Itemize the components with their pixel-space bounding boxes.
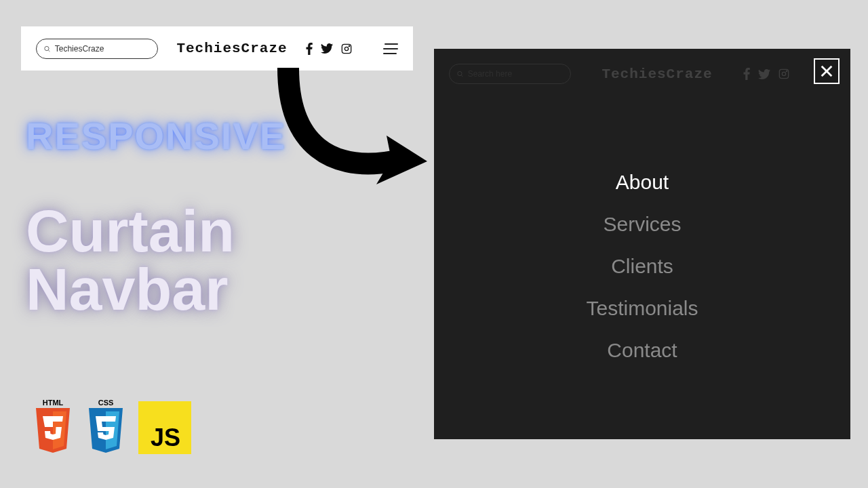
svg-line-1 bbox=[48, 50, 50, 52]
svg-point-0 bbox=[45, 46, 49, 50]
twitter-icon bbox=[758, 69, 770, 79]
search-icon bbox=[456, 70, 464, 78]
instagram-icon[interactable] bbox=[341, 43, 352, 54]
headline-responsive: RESPONSIVE bbox=[26, 114, 286, 158]
curtain-brand: TechiesCraze bbox=[583, 66, 731, 82]
facebook-icon bbox=[743, 68, 750, 80]
instagram-icon bbox=[778, 68, 789, 79]
curtain-navbar-dimmed: TechiesCraze bbox=[434, 57, 850, 91]
css3-badge-icon: CSS bbox=[85, 399, 126, 454]
menu-item-services[interactable]: Services bbox=[603, 213, 681, 236]
svg-line-10 bbox=[461, 75, 462, 77]
search-icon bbox=[43, 45, 51, 53]
search-input[interactable] bbox=[55, 44, 151, 54]
svg-point-12 bbox=[782, 72, 785, 75]
facebook-icon[interactable] bbox=[306, 43, 313, 55]
svg-text:CSS: CSS bbox=[98, 399, 114, 407]
close-button[interactable] bbox=[814, 58, 840, 84]
curtain-search-input bbox=[468, 69, 564, 79]
menu-item-clients[interactable]: Clients bbox=[611, 255, 673, 278]
social-icons bbox=[306, 43, 352, 55]
svg-point-9 bbox=[458, 71, 462, 75]
arrow-icon bbox=[268, 68, 431, 203]
search-box[interactable] bbox=[36, 39, 158, 59]
html5-badge-icon: HTML bbox=[33, 399, 73, 454]
svg-point-13 bbox=[786, 70, 787, 71]
curtain-overlay: TechiesCraze About Services Clients Test… bbox=[434, 49, 850, 439]
curtain-search-box bbox=[449, 64, 571, 84]
twitter-icon[interactable] bbox=[321, 43, 333, 54]
menu-item-testimonials[interactable]: Testimonials bbox=[586, 297, 698, 320]
menu-item-about[interactable]: About bbox=[616, 171, 669, 194]
headline-curtain-navbar: CurtainNavbar bbox=[26, 202, 235, 319]
brand-logo: TechiesCraze bbox=[170, 41, 294, 56]
curtain-menu: About Services Clients Testimonials Cont… bbox=[434, 171, 850, 362]
js-badge-icon: JS bbox=[138, 401, 191, 454]
svg-point-4 bbox=[349, 45, 349, 46]
hamburger-icon[interactable] bbox=[383, 43, 398, 54]
menu-item-contact[interactable]: Contact bbox=[607, 339, 677, 362]
svg-text:HTML: HTML bbox=[43, 399, 64, 407]
tech-badges: HTML CSS JS bbox=[33, 399, 191, 454]
navbar-preview: TechiesCraze bbox=[21, 26, 413, 70]
close-icon bbox=[819, 64, 834, 79]
svg-text:JS: JS bbox=[151, 424, 180, 451]
svg-point-3 bbox=[344, 47, 348, 50]
